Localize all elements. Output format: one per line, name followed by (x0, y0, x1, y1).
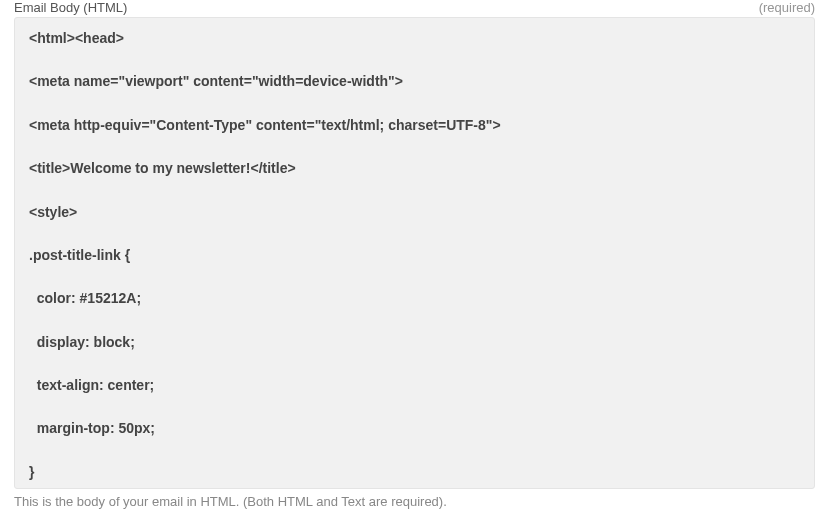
field-label: Email Body (HTML) (14, 0, 127, 15)
field-header: Email Body (HTML) (required) (14, 0, 815, 17)
field-help-text: This is the body of your email in HTML. … (14, 489, 815, 509)
field-required-indicator: (required) (759, 0, 815, 15)
email-body-html-input[interactable] (15, 18, 814, 488)
textarea-wrapper (14, 17, 815, 489)
